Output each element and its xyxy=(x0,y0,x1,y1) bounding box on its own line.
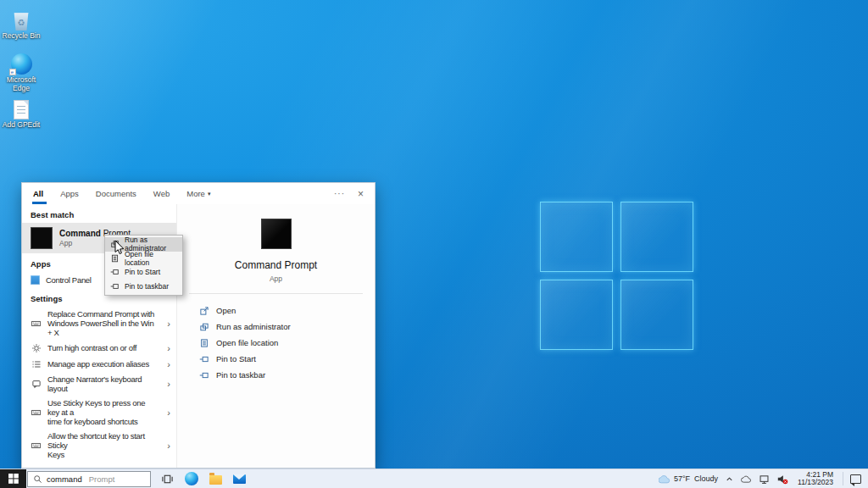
result-row[interactable]: Allow the shortcut key to start Sticky K… xyxy=(22,429,176,462)
windows-logo-icon xyxy=(8,474,19,484)
search-icon xyxy=(33,474,42,484)
preview-subtitle: App xyxy=(270,274,282,283)
taskbar-clock[interactable]: 4:21 PM 11/13/2023 xyxy=(795,471,836,487)
chevron-right-icon: › xyxy=(164,379,170,389)
divider xyxy=(189,293,363,294)
edge-taskbar-button[interactable] xyxy=(185,472,198,485)
preview-action[interactable]: Pin to taskbar xyxy=(177,367,375,383)
chevron-right-icon: › xyxy=(164,408,170,418)
preview-action[interactable]: Run as administrator xyxy=(177,319,375,335)
command-prompt-icon-large xyxy=(261,219,292,249)
logo-pane xyxy=(620,280,693,350)
mail-button[interactable] xyxy=(233,474,246,484)
pin-icon xyxy=(198,370,209,380)
open-icon xyxy=(198,306,209,316)
control-panel-icon xyxy=(31,275,40,285)
edge-icon: e xyxy=(11,53,32,75)
pin-icon xyxy=(110,267,120,277)
settings-results: Replace Command Prompt with Windows Powe… xyxy=(22,307,176,462)
tray-separator xyxy=(843,472,843,485)
contrast-icon xyxy=(31,343,42,353)
command-prompt-icon xyxy=(31,227,53,249)
document-icon xyxy=(14,100,29,119)
preview-actions: Open Run as administrator Open file loca… xyxy=(177,302,375,383)
context-menu: Run as administrator Open file location … xyxy=(104,235,183,296)
search-filter-tab[interactable]: Web xyxy=(153,183,173,204)
volume-muted-icon[interactable] xyxy=(776,474,788,485)
network-icon[interactable] xyxy=(759,474,770,485)
start-button[interactable] xyxy=(0,469,26,488)
desktop-icon-label: Recycle Bin xyxy=(1,32,42,41)
action-center-icon[interactable] xyxy=(850,474,861,484)
more-options-icon[interactable]: ··· xyxy=(334,189,345,198)
desktop-icon-label: Microsoft Edge xyxy=(1,76,42,92)
context-menu-item[interactable]: Open file location xyxy=(105,252,182,266)
task-view-button[interactable] xyxy=(161,473,174,485)
logo-pane xyxy=(620,202,693,272)
desktop-icon-microsoft-edge[interactable]: e Microsoft Edge xyxy=(1,51,42,92)
desktop-icon-recycle-bin[interactable]: ♻ Recycle Bin xyxy=(1,7,42,41)
chevron-right-icon: › xyxy=(164,441,170,451)
taskbar-search-input[interactable]: commandPrompt xyxy=(27,471,151,487)
recycle-bin-icon: ♻ xyxy=(14,11,30,30)
desktop-icon-label: Add GPEdit xyxy=(1,121,42,130)
shortcut-badge-icon: e xyxy=(9,69,16,75)
keyboard-icon xyxy=(31,408,42,418)
preview-pane: Command Prompt App Open Run as administr… xyxy=(176,204,375,468)
search-tabs-bar: All Apps Documents Web More▾ xyxy=(22,183,375,204)
taskbar: commandPrompt 57°F Cloudy xyxy=(0,469,868,488)
desktop-icon-add-gpedit[interactable]: Add GPEdit xyxy=(1,96,42,130)
preview-title: Command Prompt xyxy=(235,259,317,271)
result-row[interactable]: Replace Command Prompt with Windows Powe… xyxy=(22,307,176,340)
file-explorer-button[interactable] xyxy=(209,475,222,485)
search-filter-tab[interactable]: All xyxy=(32,183,47,204)
context-menu-item[interactable]: Pin to Start xyxy=(105,265,182,280)
logo-pane xyxy=(540,202,613,272)
keyboard-icon xyxy=(31,441,42,451)
chevron-right-icon: › xyxy=(164,343,170,353)
run-admin-icon xyxy=(198,322,209,332)
narrator-icon xyxy=(31,379,42,389)
logo-pane xyxy=(540,280,613,350)
close-icon[interactable]: × xyxy=(358,188,364,200)
weather-widget[interactable]: 57°F Cloudy xyxy=(659,474,718,484)
result-row[interactable]: Manage app execution aliases › xyxy=(22,356,176,372)
screen: ♻ Recycle Bin e Microsoft Edge Add GPEdi… xyxy=(0,0,868,488)
search-filter-tab[interactable]: Apps xyxy=(59,183,82,204)
keyboard-icon xyxy=(31,319,42,329)
chevron-right-icon: › xyxy=(164,359,170,369)
pin-icon xyxy=(110,281,120,291)
file-location-icon xyxy=(198,338,209,348)
preview-action[interactable]: Pin to Start xyxy=(177,351,375,367)
cloud-icon xyxy=(659,474,670,484)
tray-expand-chevron-icon[interactable] xyxy=(725,474,734,484)
onedrive-icon[interactable] xyxy=(741,474,752,484)
search-filter-tab[interactable]: Documents xyxy=(95,183,140,204)
run-admin-icon xyxy=(110,239,120,249)
chevron-right-icon: › xyxy=(164,319,170,329)
result-row[interactable]: Change Narrator's keyboard layout › xyxy=(22,372,176,396)
result-row[interactable]: Turn high contrast on or off › xyxy=(22,340,176,356)
preview-action[interactable]: Open xyxy=(177,302,375,319)
file-location-icon xyxy=(110,253,120,263)
list-icon xyxy=(31,359,42,369)
result-row[interactable]: Use Sticky Keys to press one key at a ti… xyxy=(22,396,176,429)
search-filter-tab[interactable]: More▾ xyxy=(186,183,211,204)
windows-logo-wallpaper xyxy=(540,202,693,350)
context-menu-item[interactable]: Pin to taskbar xyxy=(105,280,182,294)
section-best-match: Best match xyxy=(22,204,176,223)
preview-action[interactable]: Open file location xyxy=(177,335,375,351)
search-flyout-panel: All Apps Documents Web More▾ ··· xyxy=(21,182,376,469)
pin-icon xyxy=(198,354,209,364)
